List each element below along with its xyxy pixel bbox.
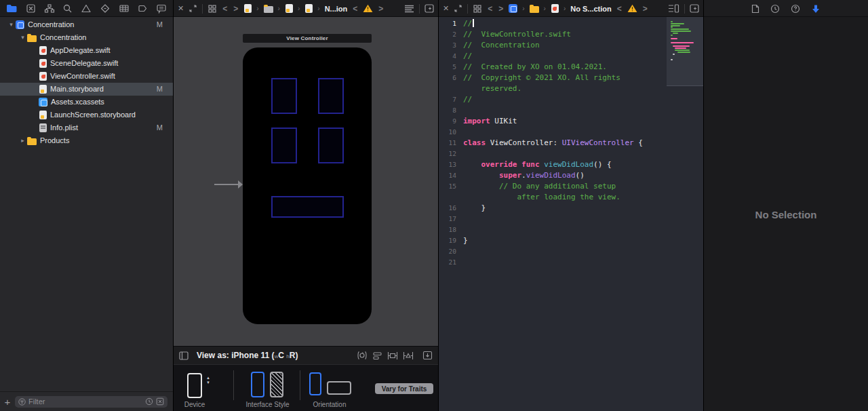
tree-item-launchscreen-storyboard[interactable]: LaunchScreen.storyboard — [0, 109, 173, 121]
history-inspector-icon[interactable] — [770, 4, 780, 14]
document-outline-toggle-icon[interactable] — [179, 351, 189, 360]
landscape-orientation-button[interactable] — [327, 381, 351, 395]
tree-item-concentration[interactable]: ▾ConcentrationM — [0, 18, 173, 31]
embed-in-icon[interactable] — [422, 351, 433, 360]
recent-files-filter-icon[interactable] — [145, 397, 153, 406]
debug-navigator-icon[interactable] — [119, 3, 130, 14]
forward-button[interactable]: > — [233, 4, 239, 14]
minimap[interactable] — [667, 17, 703, 411]
project-navigator-icon[interactable] — [6, 3, 18, 14]
tree-item-assets-xcassets[interactable]: Assets.xcassets — [0, 96, 173, 109]
close-editor-icon[interactable]: ✕ — [178, 4, 184, 13]
code-line-19[interactable]: 19} — [439, 235, 667, 246]
folder-crumb-icon[interactable] — [530, 6, 539, 13]
disclosure-closed-icon[interactable]: ▸ — [18, 134, 27, 147]
tree-item-products[interactable]: ▸Products — [0, 134, 173, 147]
selection-crumb[interactable]: No S...ction — [570, 5, 612, 13]
pane-divider[interactable] — [703, 0, 704, 411]
storyboard-card-view[interactable] — [271, 128, 297, 163]
storyboard-card-view[interactable] — [271, 196, 344, 218]
swift-file-crumb-icon[interactable] — [551, 4, 559, 13]
code-line-17[interactable]: 17 — [439, 214, 667, 224]
code-line-3[interactable]: 3// Concentration — [439, 40, 667, 51]
back-button[interactable]: < — [487, 4, 493, 14]
code-line-15[interactable]: 15 // Do any additional setup — [439, 181, 667, 192]
related-items-icon[interactable] — [473, 4, 482, 14]
vary-for-traits-button[interactable]: Vary for Traits — [375, 383, 433, 394]
warning-icon[interactable] — [363, 4, 373, 13]
code-line-9[interactable]: 9import UIKit — [439, 116, 667, 127]
disclosure-open-icon[interactable]: ▾ — [7, 18, 16, 31]
code-line-17w[interactable]: after loading the view. — [439, 192, 667, 203]
next-issue-button[interactable]: > — [642, 4, 648, 14]
code-line-21[interactable]: 21 — [439, 257, 667, 268]
code-line-6[interactable]: 6// Copyright © 2021 XO. All rights — [439, 73, 667, 83]
next-issue-button[interactable]: > — [378, 4, 384, 14]
code-line-12[interactable]: 12 — [439, 149, 667, 159]
previous-issue-button[interactable]: < — [352, 4, 358, 14]
tree-item-concentration[interactable]: ▾Concentration — [0, 31, 173, 44]
code-line-11[interactable]: 11class ViewController: UIViewController… — [439, 138, 667, 149]
entry-point-arrow[interactable] — [214, 184, 239, 185]
project-crumb-icon[interactable] — [509, 4, 517, 13]
related-items-icon[interactable] — [208, 4, 217, 14]
code-line-8[interactable]: 8 — [439, 105, 667, 116]
resolve-layout-issues-icon[interactable] — [403, 351, 414, 360]
code-line-14[interactable]: 14 super.viewDidLoad() — [439, 170, 667, 181]
code-line-13[interactable]: 13 override func viewDidLoad() { — [439, 159, 667, 170]
storyboard-card-view[interactable] — [318, 78, 344, 114]
scene-title-bar[interactable]: View Controller — [243, 34, 372, 43]
minimap-options-icon[interactable] — [668, 4, 679, 13]
add-constraints-icon[interactable] — [387, 351, 398, 360]
find-navigator-icon[interactable] — [62, 3, 73, 14]
previous-issue-button[interactable]: < — [616, 4, 623, 14]
issue-navigator-icon[interactable] — [81, 3, 92, 14]
add-file-button[interactable]: + — [0, 396, 15, 408]
back-button[interactable]: < — [222, 4, 228, 14]
folder-crumb-icon[interactable] — [264, 6, 273, 13]
source-control-navigator-icon[interactable] — [26, 3, 36, 14]
code-line-4[interactable]: 4// — [439, 51, 667, 62]
update-frames-icon[interactable] — [357, 351, 368, 360]
add-editor-icon[interactable] — [690, 4, 699, 13]
connections-inspector-icon[interactable] — [811, 4, 821, 14]
code-line-10[interactable]: 10 — [439, 127, 667, 138]
storyboard-card-view[interactable] — [318, 128, 344, 163]
tree-item-info-plist[interactable]: Info.plistM — [0, 121, 173, 134]
code-line-16[interactable]: 16 } — [439, 203, 667, 214]
quick-help-inspector-icon[interactable] — [791, 4, 800, 14]
expand-editor-icon[interactable] — [189, 4, 197, 13]
align-icon[interactable] — [372, 351, 382, 360]
forward-button[interactable]: > — [498, 4, 504, 14]
tree-item-viewcontroller-swift[interactable]: ViewController.swift — [0, 70, 173, 83]
expand-editor-icon[interactable] — [454, 4, 462, 13]
code-line-7w[interactable]: reserved. — [439, 83, 667, 94]
close-editor-icon[interactable]: ✕ — [443, 4, 449, 13]
add-editor-icon[interactable] — [425, 4, 434, 13]
file-crumb-icon[interactable] — [285, 4, 293, 13]
tree-item-appdelegate-swift[interactable]: AppDelegate.swift — [0, 44, 173, 57]
selection-crumb[interactable]: N...ion — [325, 5, 348, 13]
file-crumb-icon[interactable] — [244, 4, 252, 13]
view-as-label[interactable]: View as: iPhone 11 (wC hR) — [197, 351, 298, 360]
code-line-5[interactable]: 5// Created by XO on 01.04.2021. — [439, 62, 667, 73]
breakpoint-navigator-icon[interactable] — [137, 3, 148, 14]
device-phone-icon[interactable] — [187, 373, 202, 398]
device-picker-chevrons[interactable]: ▲▼ — [206, 376, 210, 385]
source-control-filter-icon[interactable] — [156, 397, 164, 406]
tree-item-main-storyboard[interactable]: Main.storyboardM — [0, 83, 173, 96]
symbol-navigator-icon[interactable] — [44, 3, 55, 14]
code-line-7[interactable]: 7// — [439, 94, 667, 105]
code-line-1[interactable]: 1// — [439, 18, 667, 29]
test-navigator-icon[interactable] — [100, 3, 111, 14]
file-inspector-icon[interactable] — [751, 4, 760, 14]
report-navigator-icon[interactable] — [156, 3, 167, 14]
pane-divider[interactable] — [173, 0, 174, 411]
pane-divider[interactable] — [438, 0, 439, 411]
storyboard-card-view[interactable] — [271, 78, 297, 114]
disclosure-open-icon[interactable]: ▾ — [18, 31, 27, 44]
editor-options-icon[interactable] — [404, 5, 414, 13]
interface-builder-canvas[interactable]: View Controller View as: iPhone 11 (wC h… — [174, 17, 438, 411]
filter-field[interactable]: Filter — [15, 396, 167, 408]
view-controller-view[interactable] — [243, 47, 372, 324]
